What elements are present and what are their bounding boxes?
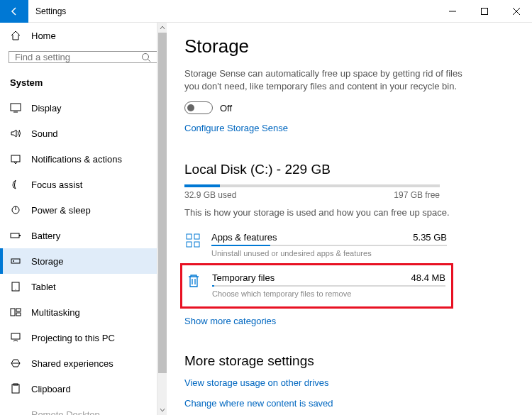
- maximize-button[interactable]: [468, 0, 500, 23]
- disk-description: This is how your storage is used and how…: [184, 207, 504, 218]
- sidebar-item-notifications[interactable]: Notifications & actions: [0, 146, 166, 172]
- remote-icon: [10, 409, 21, 415]
- show-more-categories-link[interactable]: Show more categories: [184, 316, 276, 326]
- back-button[interactable]: [0, 0, 28, 23]
- svg-rect-18: [16, 309, 21, 311]
- view-storage-other-drives-link[interactable]: View storage usage on other drives: [184, 377, 504, 388]
- shared-icon: [10, 358, 21, 369]
- nav-label: Sound: [31, 128, 58, 139]
- svg-rect-17: [11, 309, 15, 316]
- sidebar-item-storage[interactable]: Storage: [0, 248, 166, 274]
- storage-item-size: 48.4 MB: [411, 272, 445, 283]
- sidebar-item-focus-assist[interactable]: Focus assist: [0, 172, 166, 197]
- nav-label: Remote Desktop: [31, 409, 100, 416]
- disk-free: 197 GB free: [394, 190, 440, 200]
- svg-rect-19: [16, 313, 21, 316]
- projecting-icon: [10, 332, 21, 343]
- more-storage-settings-title: More storage settings: [184, 353, 504, 369]
- change-new-content-link[interactable]: Change where new content is saved: [184, 398, 504, 409]
- disk-used: 32.9 GB used: [184, 190, 236, 200]
- trash-icon: [185, 272, 202, 289]
- nav-label: Power & sleep: [31, 205, 91, 216]
- nav-label: Storage: [31, 256, 64, 267]
- apps-bar: [211, 245, 447, 246]
- svg-line-5: [148, 59, 151, 62]
- storage-item-size: 5.35 GB: [413, 232, 447, 243]
- home-item[interactable]: Home: [0, 23, 166, 48]
- svg-rect-24: [187, 234, 192, 239]
- disk-usage-bar: [184, 184, 440, 187]
- battery-icon: [10, 230, 21, 241]
- storage-item-apps-features[interactable]: Apps & features 5.35 GB Uninstall unused…: [184, 228, 447, 262]
- configure-storage-sense-link[interactable]: Configure Storage Sense: [184, 123, 288, 133]
- minimize-button[interactable]: [436, 0, 468, 23]
- nav-label: Focus assist: [31, 179, 82, 190]
- storage-item-name: Apps & features: [211, 232, 277, 243]
- storage-sense-description: Storage Sense can automatically free up …: [184, 67, 468, 93]
- disk-title: Local Disk (C:) - 229 GB: [184, 162, 504, 177]
- nav-label: Battery: [31, 231, 60, 241]
- search-input[interactable]: [15, 52, 141, 62]
- nav-label: Clipboard: [31, 384, 71, 394]
- search-box[interactable]: [9, 51, 157, 63]
- sidebar-item-display[interactable]: Display: [0, 95, 166, 121]
- section-header: System: [0, 72, 166, 95]
- sidebar-item-projecting[interactable]: Projecting to this PC: [0, 325, 166, 350]
- svg-rect-8: [11, 155, 20, 162]
- svg-rect-1: [481, 8, 487, 14]
- storage-item-hint: Choose which temporary files to remove: [212, 289, 445, 298]
- scroll-down-icon[interactable]: [157, 405, 167, 415]
- svg-rect-12: [19, 235, 21, 236]
- svg-rect-26: [187, 242, 192, 247]
- highlight-box: Temporary files 48.4 MB Choose which tem…: [180, 263, 453, 309]
- svg-rect-22: [12, 384, 19, 393]
- sidebar-item-sound[interactable]: Sound: [0, 121, 166, 146]
- svg-rect-13: [11, 259, 20, 263]
- svg-point-14: [13, 260, 14, 262]
- home-label: Home: [31, 31, 56, 41]
- svg-rect-27: [194, 242, 199, 247]
- storage-item-hint: Uninstall unused or undesired apps & fea…: [211, 249, 447, 258]
- display-icon: [10, 102, 21, 114]
- scrollbar-thumb[interactable]: [158, 33, 167, 373]
- nav-label: Multitasking: [31, 307, 80, 318]
- page-title: Storage: [184, 35, 504, 57]
- sidebar-scrollbar[interactable]: [157, 23, 167, 415]
- nav-label: Notifications & actions: [31, 154, 122, 165]
- storage-sense-toggle[interactable]: [184, 101, 213, 114]
- svg-rect-20: [11, 333, 20, 339]
- nav-label: Projecting to this PC: [31, 333, 115, 343]
- svg-rect-25: [194, 234, 199, 239]
- notifications-icon: [10, 153, 21, 165]
- svg-rect-6: [11, 104, 21, 111]
- toggle-label: Off: [220, 103, 232, 114]
- clipboard-icon: [10, 383, 21, 394]
- apps-icon: [184, 232, 201, 249]
- tablet-icon: [10, 281, 21, 292]
- sidebar-item-power-sleep[interactable]: Power & sleep: [0, 197, 166, 223]
- storage-item-temporary-files[interactable]: Temporary files 48.4 MB Choose which tem…: [185, 268, 445, 302]
- storage-icon: [10, 255, 21, 267]
- sidebar-item-shared-experiences[interactable]: Shared experiences: [0, 350, 166, 376]
- storage-item-name: Temporary files: [212, 272, 275, 283]
- sidebar-item-clipboard[interactable]: Clipboard: [0, 376, 166, 402]
- nav-label: Shared experiences: [31, 358, 113, 369]
- power-icon: [10, 204, 21, 216]
- svg-rect-11: [11, 233, 19, 238]
- svg-point-4: [143, 53, 149, 60]
- scroll-up-icon[interactable]: [157, 23, 167, 33]
- window-title: Settings: [28, 6, 66, 16]
- focus-assist-icon: [10, 179, 21, 190]
- sidebar-item-multitasking[interactable]: Multitasking: [0, 299, 166, 325]
- sidebar-item-tablet[interactable]: Tablet: [0, 274, 166, 299]
- temp-bar: [212, 285, 445, 287]
- search-icon: [141, 52, 151, 62]
- sidebar-item-battery[interactable]: Battery: [0, 223, 166, 248]
- nav-label: Tablet: [31, 282, 56, 292]
- nav-label: Display: [31, 103, 62, 114]
- close-button[interactable]: [500, 0, 532, 23]
- sidebar-item-remote-desktop[interactable]: Remote Desktop: [0, 402, 166, 415]
- svg-point-16: [16, 289, 16, 290]
- home-icon: [10, 30, 21, 41]
- multitasking-icon: [10, 306, 21, 318]
